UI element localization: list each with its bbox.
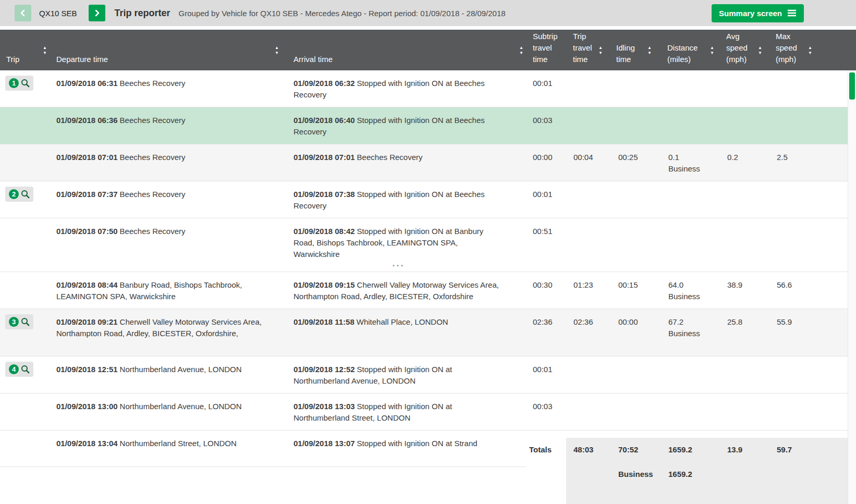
sort-arrows-icon[interactable]: ▲▼: [710, 46, 714, 55]
arrival-datetime: 01/09/2018 13:03: [294, 402, 355, 411]
avg-speed-cell: [717, 357, 765, 393]
trip-number: 1: [9, 78, 19, 88]
trip-badge[interactable]: 4: [5, 362, 33, 377]
trip-travel-time-cell: [566, 394, 606, 430]
totals-max-speed: 59.7: [765, 444, 815, 456]
column-header-trip-travel-time[interactable]: Trip travel time ▲▼: [566, 30, 606, 70]
arrival-datetime: 01/09/2018 12:52: [294, 365, 355, 374]
avg-speed-cell: 25.8: [717, 309, 765, 356]
idling-time-cell: [606, 218, 655, 272]
departure-cell: 01/09/2018 07:50Beeches Recovery: [52, 218, 289, 272]
subtrip-travel-time-cell: 00:01: [527, 70, 566, 107]
column-header-label: Departure time: [56, 54, 108, 65]
trip-cell: [0, 144, 52, 181]
distance-cell: [655, 357, 717, 393]
arrival-location: Beeches Recovery: [357, 153, 423, 162]
trip-cell: 4: [0, 357, 52, 393]
vehicle-label: QX10 SEB: [39, 9, 77, 18]
totals-trip-travel-time: 48:03: [566, 444, 606, 456]
scrollbar-thumb[interactable]: [849, 72, 855, 100]
table-row[interactable]: 2 01/09/2018 07:37Beeches Recovery 01/09…: [0, 181, 856, 218]
trip-cell: 3: [0, 309, 52, 356]
departure-location: Beeches Recovery: [120, 190, 186, 199]
arrival-datetime: 01/09/2018 08:42: [294, 227, 355, 236]
departure-datetime: 01/09/2018 07:01: [56, 153, 118, 162]
table-row[interactable]: 01/09/2018 06:36Beeches Recovery 01/09/2…: [0, 107, 856, 144]
trip-badge[interactable]: 3: [5, 314, 33, 329]
distance-type: Business: [668, 291, 717, 302]
departure-datetime: 01/09/2018 07:37: [56, 190, 118, 199]
trip-cell: [0, 431, 52, 466]
column-header-idling-time[interactable]: Idling time ▲▼: [606, 30, 655, 70]
table-row[interactable]: 01/09/2018 07:01Beeches Recovery 01/09/2…: [0, 144, 856, 181]
idling-time-cell: [606, 70, 655, 107]
trip-cell: [0, 107, 52, 144]
trip-badge[interactable]: 1: [5, 76, 33, 91]
idling-time-cell: [606, 181, 655, 218]
idling-time-cell: 00:00: [606, 309, 655, 356]
table-row[interactable]: 1 01/09/2018 06:31Beeches Recovery 01/09…: [0, 70, 856, 107]
trip-travel-time-cell: [566, 107, 606, 144]
avg-speed-cell: 0.2: [717, 144, 765, 181]
magnifier-icon: [21, 79, 30, 88]
sort-arrows-icon[interactable]: ▲▼: [275, 46, 279, 55]
arrival-cell: 01/09/2018 08:42Stopped with Ignition ON…: [289, 218, 527, 272]
subtrip-travel-time-cell: 00:01: [527, 357, 566, 393]
departure-datetime: 01/09/2018 09:21: [56, 317, 118, 326]
departure-location: Beeches Recovery: [120, 116, 186, 125]
column-header-arrival-time[interactable]: Arrival time ▲▼: [289, 30, 527, 70]
departure-datetime: 01/09/2018 06:31: [56, 79, 118, 88]
column-header-label: Avg speed (mph): [726, 31, 751, 65]
trip-travel-time-cell: [566, 218, 606, 272]
sort-arrows-icon[interactable]: ▲▼: [758, 46, 762, 55]
sort-arrows-icon[interactable]: ▲▼: [519, 46, 523, 55]
departure-location: Northumberland Avenue, LONDON: [120, 402, 242, 411]
distance-type: Business: [668, 328, 717, 339]
departure-datetime: 01/09/2018 06:36: [56, 116, 118, 125]
table-row[interactable]: 3 01/09/2018 09:21Cherwell Valley Motorw…: [0, 309, 856, 357]
summary-screen-label: Summary screen: [719, 9, 782, 18]
departure-cell: 01/09/2018 12:51Northumberland Avenue, L…: [52, 357, 289, 393]
subtrip-travel-time-cell: 00:00: [527, 144, 566, 181]
totals-business-label: Business: [606, 469, 655, 480]
summary-screen-button[interactable]: Summary screen: [712, 4, 804, 22]
table-row[interactable]: 01/09/2018 07:50Beeches Recovery 01/09/2…: [0, 218, 856, 272]
column-header-trip[interactable]: Trip ▲▼: [0, 30, 52, 70]
max-speed-cell: [765, 394, 815, 430]
trip-badge[interactable]: 2: [5, 187, 33, 202]
menu-icon: [787, 9, 797, 17]
avg-speed-cell: [717, 181, 765, 218]
column-header-max-speed[interactable]: Max speed (mph) ▲▼: [765, 30, 815, 70]
vertical-scrollbar[interactable]: [848, 70, 856, 504]
totals-row: Totals 48:03 70:52 1659.2 13.9 59.7: [527, 444, 848, 456]
departure-location: Beeches Recovery: [120, 227, 186, 236]
max-speed-cell: 2.5: [765, 144, 815, 181]
column-header-label: Idling time: [616, 42, 643, 65]
sort-arrows-icon[interactable]: ▲▼: [647, 46, 652, 55]
previous-vehicle-button[interactable]: [15, 5, 31, 21]
departure-cell: 01/09/2018 06:36Beeches Recovery: [52, 107, 289, 144]
distance-cell: 64.0 Business: [655, 272, 717, 309]
arrival-cell: 01/09/2018 06:40Stopped with Ignition ON…: [289, 107, 527, 144]
expand-dots[interactable]: ...: [294, 261, 504, 265]
distance-cell: 67.2 Business: [655, 309, 717, 356]
table-row[interactable]: 4 01/09/2018 12:51Northumberland Avenue,…: [0, 357, 856, 394]
column-header-departure-time[interactable]: Departure time ▲▼: [52, 30, 289, 70]
totals-distance: 1659.2: [655, 444, 717, 456]
report-subtitle: Grouped by Vehicle for QX10 SEB - Merced…: [179, 9, 506, 18]
subtrip-travel-time-cell: 02:36: [527, 309, 566, 356]
arrival-cell: 01/09/2018 06:32Stopped with Ignition ON…: [289, 70, 527, 107]
table-row[interactable]: 01/09/2018 08:44Banbury Road, Bishops Ta…: [0, 272, 856, 309]
column-header-distance[interactable]: Distance (miles) ▲▼: [655, 30, 717, 70]
next-vehicle-button[interactable]: [89, 5, 105, 21]
table-row[interactable]: 01/09/2018 13:00Northumberland Avenue, L…: [0, 394, 856, 431]
sort-arrows-icon[interactable]: ▲▼: [808, 46, 812, 55]
distance-value: 67.2: [668, 316, 717, 328]
arrival-datetime: 01/09/2018 06:32: [294, 79, 355, 88]
sort-arrows-icon[interactable]: ▲▼: [43, 46, 47, 55]
departure-cell: 01/09/2018 07:37Beeches Recovery: [52, 181, 289, 218]
sort-arrows-icon[interactable]: ▲▼: [598, 46, 603, 55]
column-header-avg-speed[interactable]: Avg speed (mph) ▲▼: [717, 30, 765, 70]
trip-cell: [0, 218, 52, 272]
avg-speed-cell: [717, 107, 765, 144]
